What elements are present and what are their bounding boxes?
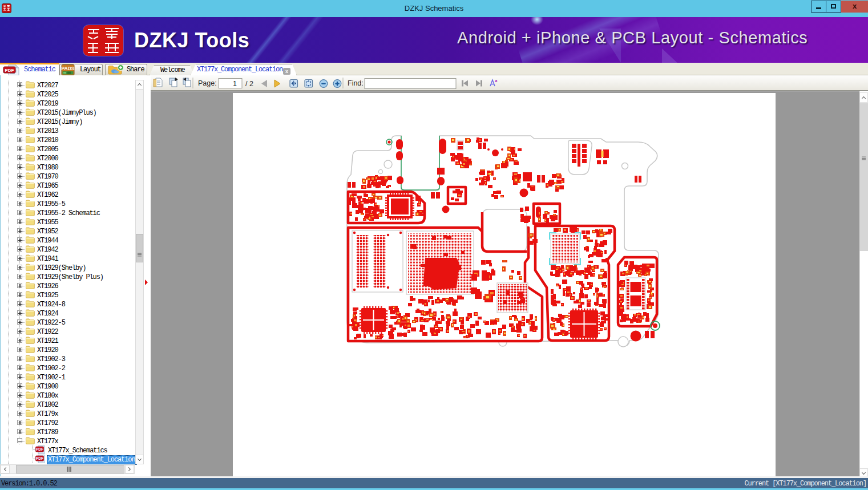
svg-text:Page:: Page: <box>198 79 217 87</box>
svg-text:a: a <box>495 78 498 83</box>
svg-text:1: 1 <box>233 80 237 88</box>
svg-text:PADS: PADS <box>62 66 75 71</box>
svg-text:PDF: PDF <box>36 447 43 451</box>
svg-text:/ 2: / 2 <box>245 80 253 88</box>
svg-text:PDF: PDF <box>5 68 14 73</box>
svg-text:Find:: Find: <box>348 79 364 87</box>
svg-text:PDF: PDF <box>36 456 43 460</box>
